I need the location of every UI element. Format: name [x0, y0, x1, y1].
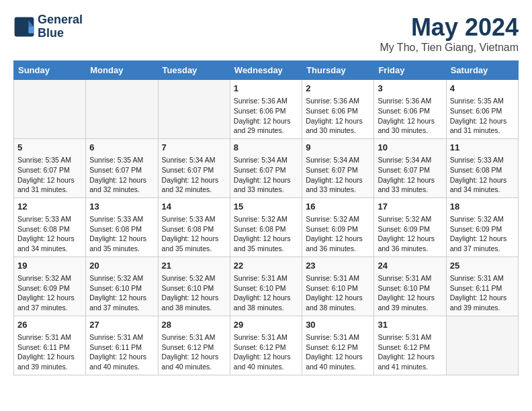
- logo-text: General Blue: [38, 13, 83, 40]
- day-number: 21: [162, 260, 226, 272]
- calendar-week-2: 5Sunrise: 5:35 AM Sunset: 6:07 PM Daylig…: [14, 138, 519, 197]
- weekday-header-saturday: Saturday: [446, 61, 518, 80]
- day-number: 22: [234, 260, 298, 272]
- calendar-table: SundayMondayTuesdayWednesdayThursdayFrid…: [13, 60, 519, 375]
- title-block: May 2024 My Tho, Tien Giang, Vietnam: [380, 13, 519, 54]
- calendar-cell: 10Sunrise: 5:34 AM Sunset: 6:07 PM Dayli…: [374, 138, 446, 197]
- day-info: Sunrise: 5:31 AM Sunset: 6:10 PM Dayligh…: [378, 273, 442, 313]
- calendar-cell: 27Sunrise: 5:31 AM Sunset: 6:11 PM Dayli…: [86, 316, 158, 375]
- calendar-cell: 29Sunrise: 5:31 AM Sunset: 6:12 PM Dayli…: [230, 316, 302, 375]
- calendar-cell: [446, 316, 518, 375]
- calendar-cell: 3Sunrise: 5:36 AM Sunset: 6:06 PM Daylig…: [374, 80, 446, 139]
- day-info: Sunrise: 5:35 AM Sunset: 6:07 PM Dayligh…: [17, 155, 82, 195]
- calendar-cell: 4Sunrise: 5:35 AM Sunset: 6:06 PM Daylig…: [446, 80, 518, 139]
- day-number: 13: [89, 201, 154, 213]
- day-number: 1: [234, 83, 298, 95]
- page-header: General Blue May 2024 My Tho, Tien Giang…: [13, 13, 519, 54]
- day-number: 10: [378, 142, 442, 154]
- weekday-header-wednesday: Wednesday: [230, 61, 302, 80]
- day-number: 9: [306, 142, 370, 154]
- day-info: Sunrise: 5:31 AM Sunset: 6:12 PM Dayligh…: [162, 332, 226, 372]
- day-number: 2: [306, 83, 370, 95]
- day-number: 7: [162, 142, 226, 154]
- calendar-week-3: 12Sunrise: 5:33 AM Sunset: 6:08 PM Dayli…: [14, 197, 519, 257]
- calendar-subtitle: My Tho, Tien Giang, Vietnam: [380, 42, 519, 54]
- day-number: 23: [306, 260, 370, 272]
- day-number: 17: [378, 201, 442, 213]
- calendar-cell: 8Sunrise: 5:34 AM Sunset: 6:07 PM Daylig…: [230, 138, 302, 197]
- day-info: Sunrise: 5:35 AM Sunset: 6:07 PM Dayligh…: [89, 155, 154, 195]
- day-info: Sunrise: 5:31 AM Sunset: 6:12 PM Dayligh…: [306, 332, 370, 372]
- calendar-title: May 2024: [380, 13, 519, 42]
- weekday-header-sunday: Sunday: [14, 61, 86, 80]
- day-number: 28: [162, 319, 226, 331]
- calendar-cell: 19Sunrise: 5:32 AM Sunset: 6:09 PM Dayli…: [14, 257, 86, 316]
- day-number: 24: [378, 260, 442, 272]
- day-number: 5: [17, 142, 82, 154]
- weekday-header-thursday: Thursday: [302, 61, 374, 80]
- day-info: Sunrise: 5:31 AM Sunset: 6:11 PM Dayligh…: [17, 332, 82, 372]
- svg-marker-2: [28, 27, 34, 34]
- day-number: 15: [234, 201, 298, 213]
- calendar-cell: 1Sunrise: 5:36 AM Sunset: 6:06 PM Daylig…: [230, 80, 302, 139]
- calendar-cell: 16Sunrise: 5:32 AM Sunset: 6:09 PM Dayli…: [302, 197, 374, 257]
- day-info: Sunrise: 5:34 AM Sunset: 6:07 PM Dayligh…: [162, 155, 226, 195]
- day-info: Sunrise: 5:31 AM Sunset: 6:11 PM Dayligh…: [89, 332, 154, 372]
- calendar-cell: [14, 80, 86, 139]
- calendar-cell: 26Sunrise: 5:31 AM Sunset: 6:11 PM Dayli…: [14, 316, 86, 375]
- day-number: 25: [450, 260, 515, 272]
- calendar-cell: [158, 80, 230, 139]
- calendar-cell: 18Sunrise: 5:32 AM Sunset: 6:09 PM Dayli…: [446, 197, 518, 257]
- day-info: Sunrise: 5:34 AM Sunset: 6:07 PM Dayligh…: [234, 155, 298, 195]
- calendar-body: 1Sunrise: 5:36 AM Sunset: 6:06 PM Daylig…: [14, 80, 519, 375]
- calendar-cell: 14Sunrise: 5:33 AM Sunset: 6:08 PM Dayli…: [158, 197, 230, 257]
- day-info: Sunrise: 5:32 AM Sunset: 6:09 PM Dayligh…: [17, 273, 82, 313]
- calendar-cell: 31Sunrise: 5:31 AM Sunset: 6:12 PM Dayli…: [374, 316, 446, 375]
- day-info: Sunrise: 5:32 AM Sunset: 6:10 PM Dayligh…: [89, 273, 154, 313]
- day-number: 16: [306, 201, 370, 213]
- weekday-header-tuesday: Tuesday: [158, 61, 230, 80]
- day-info: Sunrise: 5:31 AM Sunset: 6:11 PM Dayligh…: [450, 273, 515, 313]
- calendar-cell: 20Sunrise: 5:32 AM Sunset: 6:10 PM Dayli…: [86, 257, 158, 316]
- calendar-cell: 28Sunrise: 5:31 AM Sunset: 6:12 PM Dayli…: [158, 316, 230, 375]
- calendar-cell: 21Sunrise: 5:32 AM Sunset: 6:10 PM Dayli…: [158, 257, 230, 316]
- day-info: Sunrise: 5:32 AM Sunset: 6:10 PM Dayligh…: [162, 273, 226, 313]
- day-info: Sunrise: 5:33 AM Sunset: 6:08 PM Dayligh…: [162, 214, 226, 254]
- day-info: Sunrise: 5:33 AM Sunset: 6:08 PM Dayligh…: [17, 214, 82, 254]
- calendar-cell: 2Sunrise: 5:36 AM Sunset: 6:06 PM Daylig…: [302, 80, 374, 139]
- day-info: Sunrise: 5:32 AM Sunset: 6:09 PM Dayligh…: [450, 214, 515, 254]
- day-info: Sunrise: 5:31 AM Sunset: 6:10 PM Dayligh…: [234, 273, 298, 313]
- day-info: Sunrise: 5:32 AM Sunset: 6:09 PM Dayligh…: [378, 214, 442, 254]
- day-number: 26: [17, 319, 82, 331]
- calendar-cell: 24Sunrise: 5:31 AM Sunset: 6:10 PM Dayli…: [374, 257, 446, 316]
- calendar-week-4: 19Sunrise: 5:32 AM Sunset: 6:09 PM Dayli…: [14, 257, 519, 316]
- calendar-cell: 5Sunrise: 5:35 AM Sunset: 6:07 PM Daylig…: [14, 138, 86, 197]
- day-info: Sunrise: 5:32 AM Sunset: 6:09 PM Dayligh…: [306, 214, 370, 254]
- day-info: Sunrise: 5:36 AM Sunset: 6:06 PM Dayligh…: [378, 96, 442, 136]
- day-number: 18: [450, 201, 515, 213]
- calendar-header-row: SundayMondayTuesdayWednesdayThursdayFrid…: [14, 61, 519, 80]
- calendar-cell: 7Sunrise: 5:34 AM Sunset: 6:07 PM Daylig…: [158, 138, 230, 197]
- calendar-cell: 23Sunrise: 5:31 AM Sunset: 6:10 PM Dayli…: [302, 257, 374, 316]
- day-number: 8: [234, 142, 298, 154]
- day-number: 3: [378, 83, 442, 95]
- logo-icon: [13, 16, 35, 38]
- logo: General Blue: [13, 13, 83, 40]
- calendar-week-1: 1Sunrise: 5:36 AM Sunset: 6:06 PM Daylig…: [14, 80, 519, 139]
- calendar-cell: 17Sunrise: 5:32 AM Sunset: 6:09 PM Dayli…: [374, 197, 446, 257]
- day-info: Sunrise: 5:33 AM Sunset: 6:08 PM Dayligh…: [89, 214, 154, 254]
- day-number: 30: [306, 319, 370, 331]
- day-number: 29: [234, 319, 298, 331]
- day-number: 11: [450, 142, 515, 154]
- calendar-cell: 11Sunrise: 5:33 AM Sunset: 6:08 PM Dayli…: [446, 138, 518, 197]
- day-number: 14: [162, 201, 226, 213]
- day-info: Sunrise: 5:31 AM Sunset: 6:10 PM Dayligh…: [306, 273, 370, 313]
- day-number: 4: [450, 83, 515, 95]
- day-info: Sunrise: 5:34 AM Sunset: 6:07 PM Dayligh…: [378, 155, 442, 195]
- day-number: 12: [17, 201, 82, 213]
- day-number: 27: [89, 319, 154, 331]
- day-info: Sunrise: 5:35 AM Sunset: 6:06 PM Dayligh…: [450, 96, 515, 136]
- calendar-week-5: 26Sunrise: 5:31 AM Sunset: 6:11 PM Dayli…: [14, 316, 519, 375]
- day-info: Sunrise: 5:32 AM Sunset: 6:08 PM Dayligh…: [234, 214, 298, 254]
- calendar-cell: 30Sunrise: 5:31 AM Sunset: 6:12 PM Dayli…: [302, 316, 374, 375]
